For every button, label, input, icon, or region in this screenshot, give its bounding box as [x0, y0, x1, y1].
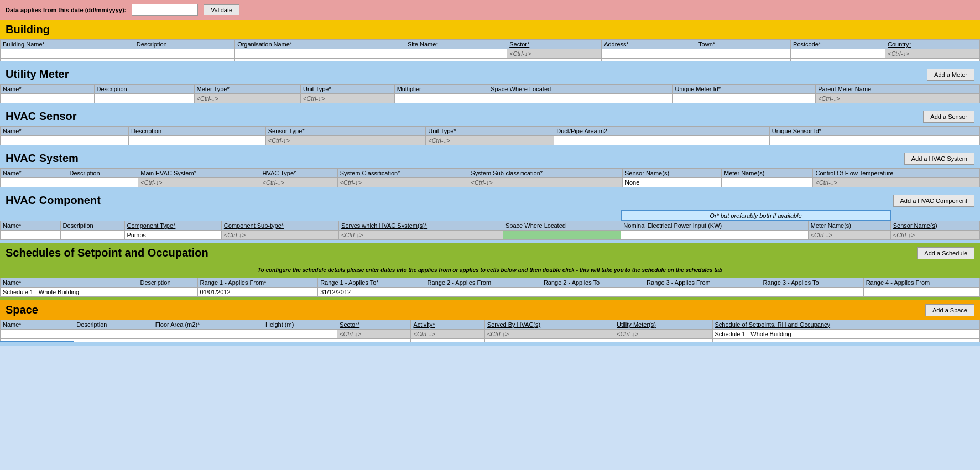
- hvac-component-title: HVAC Component: [6, 194, 101, 207]
- building-col-0: Building Name*: [1, 40, 134, 49]
- space-col-5: Activity*: [411, 320, 484, 330]
- sensor-col-3: Unit Type*: [426, 127, 554, 136]
- comp-col-1: Description: [60, 221, 124, 231]
- meter-col-6: Unique Meter Id*: [673, 85, 816, 94]
- comp-col-2: Component Type*: [124, 221, 221, 231]
- sys-col-7: Meter Name(s): [721, 169, 812, 178]
- schedules-header-row: Name* Description Range 1 - Applies From…: [1, 278, 980, 288]
- comp-col-5: Space Where Located: [503, 221, 621, 231]
- add-hvac-system-button[interactable]: Add a HVAC System: [904, 153, 974, 165]
- space-col-2: Floor Area (m2)*: [153, 320, 263, 330]
- hvac-component-table: Or* but preferably both if available Nam…: [0, 210, 980, 240]
- hvac-system-data-row: <Ctrl-↓> <Ctrl-↓> <Ctrl-↓> <Ctrl-↓> None…: [1, 178, 980, 187]
- comp-col-4: Serves which HVAC System(s)*: [339, 221, 503, 231]
- sched-col-3: Range 1 - Applies To*: [318, 278, 425, 288]
- building-table-container: Building Name* Description Organisation …: [0, 39, 980, 65]
- schedules-info: To configure the schedule details please…: [0, 263, 980, 278]
- schedules-data-row: Schedule 1 - Whole Building 01/01/2012 3…: [1, 288, 980, 297]
- sensor-col-1: Description: [129, 127, 266, 136]
- comp-col-6: Nominal Electrical Power Input (KW): [621, 221, 808, 231]
- hvac-component-table-container: Or* but preferably both if available Nam…: [0, 210, 980, 243]
- building-table: Building Name* Description Organisation …: [0, 39, 980, 61]
- sys-col-0: Name*: [1, 169, 67, 178]
- add-schedule-button[interactable]: Add a Schedule: [917, 247, 974, 259]
- building-org-cell[interactable]: [235, 49, 405, 59]
- building-name-cell[interactable]: [1, 49, 134, 59]
- space-col-4: Sector*: [337, 320, 411, 330]
- meter-col-4: Multiplier: [394, 85, 488, 94]
- sensor-col-4: Duct/Pipe Area m2: [554, 127, 770, 136]
- meter-col-0: Name*: [1, 85, 95, 94]
- building-title: Building: [6, 23, 50, 36]
- building-town-cell[interactable]: [696, 49, 791, 59]
- building-empty-row: [1, 59, 980, 61]
- hvac-sensor-section-header: HVAC Sensor Add a Sensor: [0, 107, 980, 126]
- utility-meter-header-row: Name* Description Meter Type* Unit Type*…: [1, 85, 980, 94]
- utility-meter-section-header: Utility Meter Add a Meter: [0, 65, 980, 84]
- space-col-1: Description: [74, 320, 153, 330]
- add-meter-button[interactable]: Add a Meter: [927, 69, 974, 81]
- building-col-1: Description: [134, 40, 234, 49]
- utility-meter-title: Utility Meter: [6, 68, 69, 81]
- building-site-cell[interactable]: [405, 49, 507, 59]
- space-col-0: Name*: [1, 320, 74, 330]
- date-input[interactable]: [132, 4, 198, 16]
- sched-name-cell[interactable]: Schedule 1 - Whole Building: [1, 288, 138, 297]
- space-col-3: Height (m): [263, 320, 337, 330]
- top-bar: Data applies from this date (dd/mm/yyyy)…: [0, 0, 980, 20]
- add-hvac-component-button[interactable]: Add a HVAC Component: [893, 195, 974, 207]
- component-type-cell[interactable]: Pumps: [124, 231, 221, 240]
- meter-col-7: Parent Meter Name: [816, 85, 980, 94]
- hvac-sensor-table: Name* Description Sensor Type* Unit Type…: [0, 126, 980, 145]
- hvac-system-table-container: Name* Description Main HVAC System* HVAC…: [0, 168, 980, 191]
- building-desc-cell[interactable]: [134, 49, 234, 59]
- building-col-2: Organisation Name*: [235, 40, 405, 49]
- sensor-col-2: Sensor Type*: [265, 127, 425, 136]
- building-header-row: Building Name* Description Organisation …: [1, 40, 980, 49]
- space-col-7: Utility Meter(s): [614, 320, 712, 330]
- sys-col-2: Main HVAC System*: [138, 169, 260, 178]
- sched-col-1: Description: [138, 278, 197, 288]
- building-sector-cell[interactable]: <Ctrl-↓>: [507, 49, 602, 59]
- building-col-4: Sector*: [507, 40, 602, 49]
- sys-col-1: Description: [67, 169, 138, 178]
- space-data-row-2: [1, 339, 980, 342]
- building-col-8: Country*: [885, 40, 980, 49]
- sched-col-0: Name*: [1, 278, 138, 288]
- space-table-container: Name* Description Floor Area (m2)* Heigh…: [0, 320, 980, 346]
- hvac-sensor-title: HVAC Sensor: [6, 110, 77, 123]
- space-header-row: Name* Description Floor Area (m2)* Heigh…: [1, 320, 980, 330]
- space-title: Space: [6, 304, 38, 316]
- sched-col-5: Range 2 - Applies To: [541, 278, 644, 288]
- building-col-7: Postcode*: [791, 40, 885, 49]
- meter-col-1: Description: [94, 85, 194, 94]
- meter-col-3: Unit Type*: [301, 85, 395, 94]
- sensor-data-row: <Ctrl-↓> <Ctrl-↓>: [1, 136, 980, 145]
- add-sensor-button[interactable]: Add a Sensor: [923, 111, 974, 123]
- schedules-table: Name* Description Range 1 - Applies From…: [0, 278, 980, 297]
- sensor-col-0: Name*: [1, 127, 129, 136]
- sys-col-8: Control Of Flow Temperature: [813, 169, 980, 178]
- hvac-component-section-header: HVAC Component Add a HVAC Component: [0, 191, 980, 210]
- date-label: Data applies from this date (dd/mm/yyyy)…: [6, 7, 126, 13]
- comp-col-7: Meter Name(s): [808, 221, 890, 231]
- comp-col-3: Component Sub-type*: [221, 221, 338, 231]
- sched-col-4: Range 2 - Applies From: [425, 278, 541, 288]
- schedules-info-text: To configure the schedule details please…: [6, 265, 974, 275]
- building-data-row: <Ctrl-↓> <Ctrl-↓>: [1, 49, 980, 59]
- hvac-system-title: HVAC System: [6, 152, 79, 165]
- validate-button[interactable]: Validate: [204, 4, 239, 15]
- hvac-component-data-row: Pumps <Ctrl-↓> <Ctrl-↓> <Ctrl-↓> <Ctrl-↓…: [1, 231, 980, 240]
- building-col-5: Address*: [602, 40, 696, 49]
- comp-col-0: Name*: [1, 221, 61, 231]
- hvac-component-header-row: Name* Description Component Type* Compon…: [1, 221, 980, 231]
- building-country-cell[interactable]: <Ctrl-↓>: [885, 49, 980, 59]
- building-postcode-cell[interactable]: [791, 49, 885, 59]
- building-address-cell[interactable]: [602, 49, 696, 59]
- add-space-button[interactable]: Add a Space: [925, 304, 974, 316]
- sched-col-8: Range 4 - Applies From: [863, 278, 979, 288]
- sched-col-7: Range 3 - Applies To: [760, 278, 863, 288]
- meter-col-2: Meter Type*: [194, 85, 301, 94]
- schedules-table-container: Name* Description Range 1 - Applies From…: [0, 278, 980, 300]
- sensor-col-5: Unique Sensor Id*: [769, 127, 979, 136]
